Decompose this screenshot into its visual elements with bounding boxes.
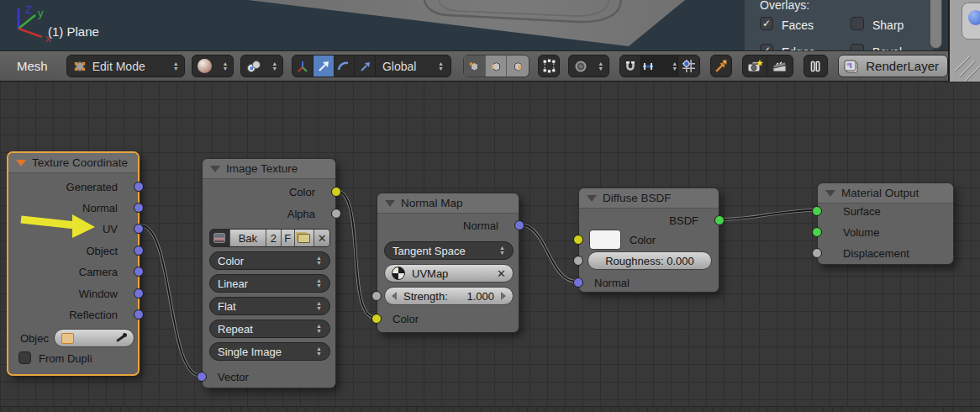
socket-color-in[interactable] xyxy=(371,314,382,324)
overlays-title: Overlays: xyxy=(760,0,809,12)
shading-select[interactable]: ▲▼ xyxy=(192,55,234,77)
socket-normal-in[interactable] xyxy=(573,277,583,288)
input-label: Color xyxy=(393,313,419,325)
node-header[interactable]: Image Texture xyxy=(203,159,335,179)
pause-button[interactable] xyxy=(803,55,829,77)
color-swatch[interactable] xyxy=(589,230,621,250)
face-select-button[interactable] xyxy=(507,55,529,77)
socket-normal[interactable] xyxy=(134,203,144,213)
proportional-edit-select[interactable]: ▲▼ xyxy=(568,55,609,77)
manipulator-scale-button[interactable] xyxy=(355,55,376,77)
socket-generated[interactable] xyxy=(134,182,144,192)
eyedropper-icon[interactable] xyxy=(115,332,127,344)
clapperboard-icon xyxy=(772,59,788,74)
node-title: Diffuse BSDF xyxy=(603,192,672,204)
opengl-render-image-button[interactable] xyxy=(743,55,767,77)
bevel-checkbox[interactable] xyxy=(851,44,864,50)
svg-text:y: y xyxy=(38,7,44,19)
roughness-slider[interactable]: Roughness: 0.000 xyxy=(587,251,712,270)
manipulator-translate-button[interactable] xyxy=(313,55,335,77)
socket-window[interactable] xyxy=(134,288,144,298)
socket-displacement-in[interactable] xyxy=(812,248,822,258)
faces-checkbox[interactable]: ✓ xyxy=(760,17,773,30)
node-texture-coordinate[interactable]: Texture Coordinate Generated Normal UV O… xyxy=(7,151,140,376)
edges-checkbox[interactable]: ✓ xyxy=(760,44,773,50)
socket-normal-out[interactable] xyxy=(514,220,524,230)
snap-increment-icon xyxy=(641,60,655,73)
socket-vector-in[interactable] xyxy=(197,372,207,382)
snap-element-select[interactable]: ▲▼ xyxy=(641,55,678,77)
uv-map-field[interactable]: UVMap ✕ xyxy=(384,264,514,283)
edge-select-button[interactable] xyxy=(486,55,508,77)
sharp-checkbox[interactable] xyxy=(851,17,864,30)
users-count-button[interactable]: 2 xyxy=(266,230,282,246)
interpolation-select[interactable]: Linear ▲▼ xyxy=(209,274,330,293)
socket-bsdf-out[interactable] xyxy=(714,215,724,225)
socket-color-out[interactable] xyxy=(331,187,341,197)
pivot-icon xyxy=(246,60,261,73)
opengl-render-anim-button[interactable] xyxy=(767,55,792,77)
node-image-texture[interactable]: Image Texture Color Alpha Bak 2 F ✕ Colo… xyxy=(202,158,336,388)
socket-reflection[interactable] xyxy=(134,309,144,320)
occlude-geometry-button[interactable] xyxy=(538,55,560,77)
open-image-button[interactable] xyxy=(295,230,315,246)
projection-select[interactable]: Flat ▲▼ xyxy=(209,297,330,315)
color-space-select[interactable]: Color ▲▼ xyxy=(209,251,330,270)
collapse-triangle-icon[interactable] xyxy=(385,200,395,207)
slider-left-arrow-icon[interactable] xyxy=(392,292,397,300)
editor-type-button[interactable] xyxy=(962,3,980,40)
socket-uv[interactable] xyxy=(134,224,144,234)
collapse-triangle-icon[interactable] xyxy=(16,160,26,166)
node-header[interactable]: Material Output xyxy=(818,183,953,203)
vertex-select-button[interactable] xyxy=(464,55,486,77)
object-field[interactable] xyxy=(54,329,134,347)
slider-right-arrow-icon[interactable] xyxy=(501,292,506,300)
socket-surface-in[interactable] xyxy=(812,206,822,216)
from-dupli-checkbox[interactable] xyxy=(18,351,31,364)
socket-strength-in[interactable] xyxy=(371,291,382,301)
image-name-field[interactable]: Bak xyxy=(230,230,266,246)
collapse-triangle-icon[interactable] xyxy=(825,190,835,197)
socket-camera[interactable] xyxy=(134,267,144,277)
viewport-3d: Z y x (1) Plane Overlays: ✓ Faces Sharp … xyxy=(0,0,948,50)
manipulate-origins-button[interactable] xyxy=(710,55,732,77)
node-material-output[interactable]: Material Output Surface Volume Displacem… xyxy=(817,182,954,265)
unlink-image-button[interactable]: ✕ xyxy=(314,230,329,246)
output-label: Normal xyxy=(82,202,118,214)
orientation-select[interactable]: Global ▲▼ xyxy=(376,55,450,77)
collapse-triangle-icon[interactable] xyxy=(587,195,597,202)
area-resize-grip[interactable] xyxy=(954,55,971,72)
socket-color-in[interactable] xyxy=(573,235,583,245)
source-select[interactable]: Single Image ▲▼ xyxy=(209,342,330,361)
close-icon[interactable]: ✕ xyxy=(497,267,506,280)
manipulator-axis-button[interactable] xyxy=(292,55,313,77)
node-header[interactable]: Normal Map xyxy=(377,193,519,214)
object-field-label: Objec xyxy=(20,332,49,345)
space-select[interactable]: Tangent Space ▲▼ xyxy=(384,241,514,260)
object-cube-icon xyxy=(61,333,74,344)
mesh-menu[interactable]: Mesh xyxy=(17,59,48,73)
collapse-triangle-icon[interactable] xyxy=(210,166,220,172)
mode-select[interactable]: Edit Mode ▲▼ xyxy=(66,55,185,77)
snap-toggle-button[interactable] xyxy=(620,55,641,77)
panel-scrollbar[interactable] xyxy=(930,0,942,49)
edge-select-icon xyxy=(489,60,503,73)
pivot-select[interactable]: ▲▼ xyxy=(240,55,283,77)
output-label: UV xyxy=(103,223,118,235)
node-normal-map[interactable]: Normal Map Normal Tangent Space ▲▼ UVMap… xyxy=(377,193,519,333)
node-diffuse-bsdf[interactable]: Diffuse BSDF BSDF Color Roughness: 0.000… xyxy=(578,188,719,293)
socket-volume-in[interactable] xyxy=(812,227,822,237)
render-layer-select[interactable]: RenderLayer xyxy=(838,55,948,77)
node-header[interactable]: Texture Coordinate xyxy=(8,153,138,173)
image-browse-button[interactable] xyxy=(210,230,230,246)
extension-select[interactable]: Repeat ▲▼ xyxy=(209,320,330,338)
socket-roughness-in[interactable] xyxy=(573,256,583,266)
fake-user-button[interactable]: F xyxy=(282,230,295,246)
node-header[interactable]: Diffuse BSDF xyxy=(579,188,719,209)
output-label: Window xyxy=(79,288,118,300)
snap-target-button[interactable] xyxy=(678,55,699,77)
socket-alpha-out[interactable] xyxy=(331,209,341,219)
manipulator-rotate-button[interactable] xyxy=(335,55,356,77)
strength-slider[interactable]: Strength: 1.000 xyxy=(384,287,514,305)
socket-object[interactable] xyxy=(134,246,144,256)
